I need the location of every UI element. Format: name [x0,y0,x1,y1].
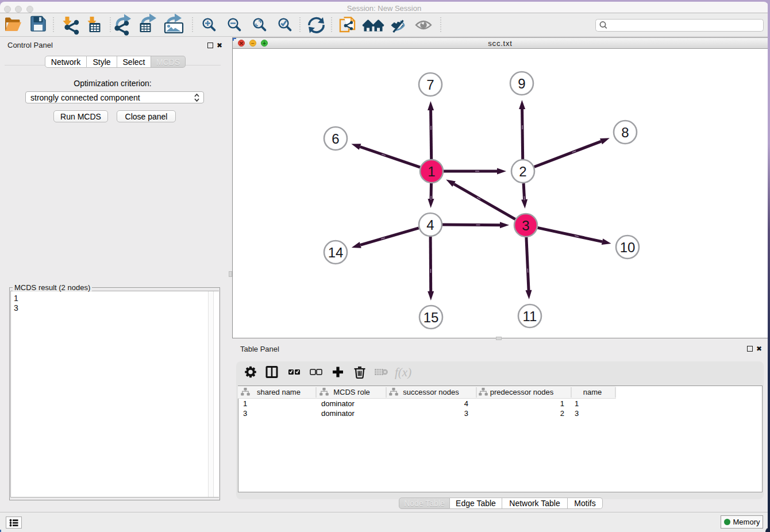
svg-text:name: name [583,388,602,396]
svg-text:1: 1 [428,164,435,179]
svg-text:7: 7 [426,77,434,92]
svg-text:shared name: shared name [257,388,301,396]
svg-text:3: 3 [522,218,529,233]
svg-text:MCDS role: MCDS role [333,388,370,396]
svg-text:4: 4 [426,217,434,233]
svg-text:10: 10 [620,240,636,255]
svg-text:predecessor nodes: predecessor nodes [490,388,554,396]
svg-text:11: 11 [523,309,537,324]
svg-text:14: 14 [328,245,344,260]
svg-text:9: 9 [518,76,525,91]
svg-text:8: 8 [621,125,629,140]
svg-text:2: 2 [519,164,526,179]
svg-text:6: 6 [332,131,339,147]
svg-text:15: 15 [424,310,439,325]
svg-text:successor nodes: successor nodes [403,388,459,396]
svg-text:f(x): f(x) [395,365,411,379]
